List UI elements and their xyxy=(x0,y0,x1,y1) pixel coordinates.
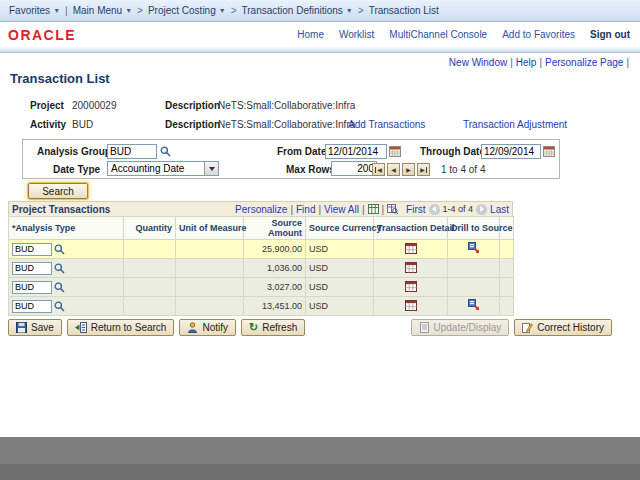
add-to-favorites-link[interactable]: Add to Favorites xyxy=(502,29,575,40)
home-link[interactable]: Home xyxy=(297,29,324,40)
sign-out-link[interactable]: Sign out xyxy=(590,29,630,40)
worklist-link[interactable]: Worklist xyxy=(339,29,374,40)
table-row: 1,036.00 USD xyxy=(9,259,514,278)
personalize-page-link[interactable]: Personalize Page xyxy=(545,57,623,68)
table-row: 25,900.00 USD xyxy=(9,240,514,259)
column-header-transaction-detail[interactable]: Transaction Detail xyxy=(374,217,448,240)
uom-cell xyxy=(176,278,244,297)
source-currency: USD xyxy=(306,240,374,259)
search-button[interactable]: Search xyxy=(28,183,88,199)
breadcrumb-item-project-costing[interactable]: Project Costing ▼ xyxy=(148,5,226,16)
column-header-analysis-type[interactable]: *Analysis Type xyxy=(9,217,124,240)
transaction-adjustment-link[interactable]: Transaction Adjustment xyxy=(463,119,567,130)
page-action-links: New Window | Help | Personalize Page | xyxy=(449,57,632,68)
new-window-link[interactable]: New Window xyxy=(449,57,507,68)
chunk-first-button[interactable]: ◀ xyxy=(372,163,385,176)
download-grid-icon xyxy=(368,204,379,214)
analysis-type-lookup-button[interactable] xyxy=(54,263,65,274)
through-date-input[interactable] xyxy=(481,144,541,159)
help-link[interactable]: Help xyxy=(516,57,537,68)
refresh-label: Refresh xyxy=(262,322,297,333)
analysis-type-input[interactable] xyxy=(12,262,52,275)
transaction-detail-button[interactable] xyxy=(405,243,417,254)
lookup-icon xyxy=(54,263,65,274)
column-header-source-amount[interactable]: Source Amount xyxy=(244,217,306,240)
column-header-drill-to-source[interactable]: Drill to Source xyxy=(448,217,500,240)
breadcrumb-label: Project Costing xyxy=(148,5,216,16)
chunk-previous-button[interactable]: ◀ xyxy=(387,163,400,176)
chevron-down-icon xyxy=(204,162,218,175)
drill-to-source-button[interactable] xyxy=(468,299,480,311)
transaction-detail-button[interactable] xyxy=(405,262,417,273)
lookup-icon xyxy=(160,146,171,157)
project-label: Project xyxy=(30,100,64,111)
first-link[interactable]: First xyxy=(406,204,425,215)
chunk-next-button[interactable]: ▶ xyxy=(402,163,415,176)
analysis-group-input[interactable] xyxy=(107,144,157,159)
view-all-link[interactable]: View All xyxy=(324,204,359,215)
desktop-background-edge xyxy=(0,464,640,480)
separator: | xyxy=(318,204,321,215)
column-header-source-currency[interactable]: Source Currency xyxy=(306,217,374,240)
transaction-detail-button[interactable] xyxy=(405,281,417,292)
analysis-type-input[interactable] xyxy=(12,300,52,313)
from-date-input[interactable] xyxy=(325,144,387,159)
breadcrumb-item-transaction-definitions[interactable]: Transaction Definitions ▼ xyxy=(242,5,353,16)
personalize-link[interactable]: Personalize xyxy=(235,204,287,215)
correct-history-button[interactable]: Correct History xyxy=(514,319,612,336)
column-header-unit-of-measure[interactable]: Unit of Measure xyxy=(176,217,244,240)
uom-cell xyxy=(176,259,244,278)
next-page-button[interactable] xyxy=(476,204,487,215)
drill-to-source-button[interactable] xyxy=(468,242,480,254)
page-info: 1-4 of 4 xyxy=(443,204,474,214)
filler-cell xyxy=(500,297,514,316)
table-row: 13,451.00 USD xyxy=(9,297,514,316)
uom-cell xyxy=(176,240,244,259)
analysis-type-lookup-button[interactable] xyxy=(54,301,65,312)
date-type-select[interactable]: Accounting Date xyxy=(107,161,219,176)
zoom-grid-button[interactable] xyxy=(387,204,398,214)
analysis-group-lookup-button[interactable] xyxy=(160,146,171,157)
previous-page-button[interactable] xyxy=(429,204,440,215)
first-chunk-icon: ◀ xyxy=(375,167,382,173)
search-criteria-box: Analysis Group From Date Through Date Da… xyxy=(22,139,560,179)
notify-label: Notify xyxy=(202,322,228,333)
main-menu[interactable]: Main Menu ▼ xyxy=(73,5,132,16)
main-menu-label: Main Menu xyxy=(73,5,122,16)
project-description: NeTS:Small:Collaborative:Infra xyxy=(218,100,355,111)
from-date-label: From Date xyxy=(277,146,326,157)
column-header-quantity[interactable]: Quantity xyxy=(124,217,176,240)
analysis-type-input[interactable] xyxy=(12,281,52,294)
refresh-button[interactable]: ↻ Refresh xyxy=(241,319,305,336)
favorites-menu[interactable]: Favorites ▼ xyxy=(9,5,60,16)
activity-label: Activity xyxy=(30,119,66,130)
table-row: 3,027.00 USD xyxy=(9,278,514,297)
breadcrumb-separator: > xyxy=(231,5,237,16)
analysis-type-lookup-button[interactable] xyxy=(54,282,65,293)
transactions-table: *Analysis Type Quantity Unit of Measure … xyxy=(8,216,514,316)
last-link[interactable]: Last xyxy=(490,204,509,215)
multichannel-console-link[interactable]: MultiChannel Console xyxy=(389,29,487,40)
transaction-detail-button[interactable] xyxy=(405,300,417,311)
download-button[interactable] xyxy=(368,204,379,214)
chunk-last-button[interactable]: ▶ xyxy=(417,163,430,176)
return-to-search-button[interactable]: Return to Search xyxy=(67,319,175,336)
transaction-detail-icon xyxy=(405,262,417,273)
chevron-down-icon: ▼ xyxy=(53,7,60,14)
from-date-calendar-button[interactable] xyxy=(389,145,401,157)
update-display-button[interactable]: Update/Display xyxy=(411,319,510,336)
filler-cell xyxy=(500,259,514,278)
through-date-calendar-button[interactable] xyxy=(543,145,555,157)
save-button[interactable]: Save xyxy=(8,319,62,336)
analysis-group-label: Analysis Group xyxy=(37,146,111,157)
oracle-logo: ORACLE xyxy=(8,27,76,43)
add-transactions-link[interactable]: Add Transactions xyxy=(348,119,425,130)
max-rows-input[interactable] xyxy=(331,161,377,176)
find-link[interactable]: Find xyxy=(296,204,315,215)
analysis-type-lookup-button[interactable] xyxy=(54,244,65,255)
through-date-label: Through Date xyxy=(420,146,485,157)
quantity-cell xyxy=(124,240,176,259)
analysis-type-input[interactable] xyxy=(12,243,52,256)
project-description-label: Description xyxy=(165,100,220,111)
notify-button[interactable]: Notify xyxy=(179,319,236,336)
